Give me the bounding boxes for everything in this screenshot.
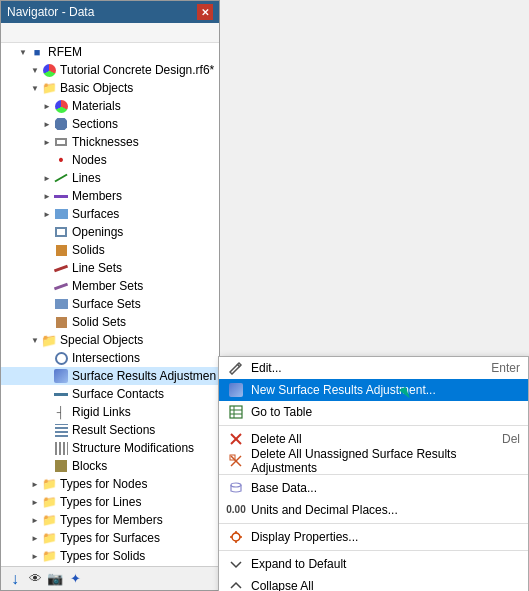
expander-basic[interactable]	[29, 82, 41, 94]
tree-types-members[interactable]: 📁 Types for Members	[1, 511, 219, 529]
folder-icon: 📁	[41, 80, 57, 96]
surf-results-label: Surface Results Adjustmen	[72, 369, 216, 383]
collapse-icon	[227, 577, 245, 591]
root-label: RFEM	[48, 45, 82, 59]
tree-members[interactable]: Members	[1, 187, 219, 205]
tree-surfaces[interactable]: Surfaces	[1, 205, 219, 223]
cursor-icon[interactable]: ✦	[65, 569, 85, 589]
intersections-label: Intersections	[72, 351, 140, 365]
ctx-expand[interactable]: Expand to Default	[219, 553, 528, 575]
tree-surface-contacts[interactable]: Surface Contacts	[1, 385, 219, 403]
tree-membersets[interactable]: Member Sets	[1, 277, 219, 295]
ctx-collapse[interactable]: Collapse All	[219, 575, 528, 591]
ctx-edit-label: Edit...	[251, 361, 471, 375]
nodes-icon: •	[53, 152, 69, 168]
tree-surface-results-adj[interactable]: Surface Results Adjustmen	[1, 367, 219, 385]
svg-point-10	[231, 483, 241, 487]
membersets-label: Member Sets	[72, 279, 143, 293]
materials-label: Materials	[72, 99, 121, 113]
expander-types-surfaces[interactable]	[29, 532, 41, 544]
thicknesses-label: Thicknesses	[72, 135, 139, 149]
basic-objects-label: Basic Objects	[60, 81, 133, 95]
tree-lines[interactable]: Lines	[1, 169, 219, 187]
tree-openings[interactable]: Openings	[1, 223, 219, 241]
tree-solidsets[interactable]: Solid Sets	[1, 313, 219, 331]
tree-area[interactable]: ■ RFEM Tutorial Concrete Design.rf6* 📁 B…	[1, 43, 219, 566]
tree-materials[interactable]: Materials	[1, 97, 219, 115]
ctx-units[interactable]: 0.00 Units and Decimal Places...	[219, 499, 528, 521]
tree-solids[interactable]: Solids	[1, 241, 219, 259]
members-label: Members	[72, 189, 122, 203]
surfsets-label: Surface Sets	[72, 297, 141, 311]
tree-types-special[interactable]: 📁 Types for Special Objects	[1, 565, 219, 566]
expander-project[interactable]	[29, 64, 41, 76]
delete-unassigned-icon	[227, 452, 245, 470]
expander-materials[interactable]	[41, 100, 53, 112]
camera-icon[interactable]: 📷	[45, 569, 65, 589]
expander-thick[interactable]	[41, 136, 53, 148]
ctx-base-data-label: Base Data...	[251, 481, 520, 495]
expander-types-members[interactable]	[29, 514, 41, 526]
solidsets-label: Solid Sets	[72, 315, 126, 329]
result-sections-icon	[53, 422, 69, 438]
ctx-base-data[interactable]: Base Data...	[219, 477, 528, 499]
tree-sections[interactable]: Sections	[1, 115, 219, 133]
special-objects-label: Special Objects	[60, 333, 143, 347]
tree-intersections[interactable]: Intersections	[1, 349, 219, 367]
ctx-edit-shortcut: Enter	[491, 361, 520, 375]
new-surface-icon	[227, 381, 245, 399]
types-nodes-icon: 📁	[41, 476, 57, 492]
expander-lines[interactable]	[41, 172, 53, 184]
ctx-delete-unassigned[interactable]: Delete All Unassigned Surface Results Ad…	[219, 450, 528, 472]
tree-types-nodes[interactable]: 📁 Types for Nodes	[1, 475, 219, 493]
solidsets-icon	[53, 314, 69, 330]
expander-members[interactable]	[41, 190, 53, 202]
tree-root[interactable]: ■ RFEM	[1, 43, 219, 61]
svg-rect-1	[230, 406, 242, 418]
tree-surfsets[interactable]: Surface Sets	[1, 295, 219, 313]
tree-struct-mod[interactable]: Structure Modifications	[1, 439, 219, 457]
tree-blocks[interactable]: Blocks	[1, 457, 219, 475]
types-members-label: Types for Members	[60, 513, 163, 527]
tree-special-objects[interactable]: 📁 Special Objects	[1, 331, 219, 349]
expander-types-solids[interactable]	[29, 550, 41, 562]
tree-nodes[interactable]: • Nodes	[1, 151, 219, 169]
ctx-expand-label: Expand to Default	[251, 557, 520, 571]
context-menu: Edit... Enter New Surface Results Adjust…	[218, 356, 529, 591]
tree-types-lines[interactable]: 📁 Types for Lines	[1, 493, 219, 511]
expander-root[interactable]	[17, 46, 29, 58]
ctx-table-label: Go to Table	[251, 405, 520, 419]
edit-icon	[227, 359, 245, 377]
ctx-delete-all-shortcut: Del	[502, 432, 520, 446]
expander-special[interactable]	[29, 334, 41, 346]
arrow-down-icon[interactable]: ↓	[5, 569, 25, 589]
blocks-label: Blocks	[72, 459, 107, 473]
types-members-icon: 📁	[41, 512, 57, 528]
contacts-icon	[53, 386, 69, 402]
base-data-icon	[227, 479, 245, 497]
ctx-display-props[interactable]: Display Properties...	[219, 526, 528, 548]
close-button[interactable]: ✕	[197, 4, 213, 20]
ctx-goto-table[interactable]: Go to Table	[219, 401, 528, 423]
openings-icon	[53, 224, 69, 240]
tree-types-surfaces[interactable]: 📁 Types for Surfaces	[1, 529, 219, 547]
tree-basic-objects[interactable]: 📁 Basic Objects	[1, 79, 219, 97]
rfem-icon: ■	[29, 44, 45, 60]
ctx-edit[interactable]: Edit... Enter	[219, 357, 528, 379]
tree-project[interactable]: Tutorial Concrete Design.rf6*	[1, 61, 219, 79]
tree-types-solids[interactable]: 📁 Types for Solids	[1, 547, 219, 565]
expander-surfaces[interactable]	[41, 208, 53, 220]
navigator-window: Navigator - Data ✕ ■ RFEM Tutorial Concr…	[0, 0, 220, 591]
tree-rigid-links[interactable]: ┤ Rigid Links	[1, 403, 219, 421]
expander-types-nodes[interactable]	[29, 478, 41, 490]
eye-icon[interactable]: 👁	[25, 569, 45, 589]
tree-result-sections[interactable]: Result Sections	[1, 421, 219, 439]
tree-thicknesses[interactable]: Thicknesses	[1, 133, 219, 151]
expander-types-lines[interactable]	[29, 496, 41, 508]
tree-linesets[interactable]: Line Sets	[1, 259, 219, 277]
expander-sections[interactable]	[41, 118, 53, 130]
ctx-new-surface[interactable]: New Surface Results Adjustment...	[219, 379, 528, 401]
linesets-label: Line Sets	[72, 261, 122, 275]
ctx-delete-all-label: Delete All	[251, 432, 482, 446]
solids-label: Solids	[72, 243, 105, 257]
